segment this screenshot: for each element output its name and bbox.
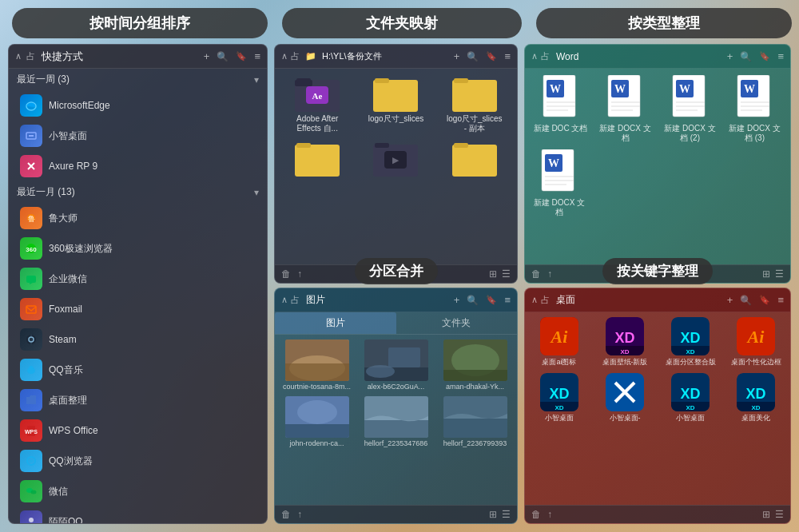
shortcut-item-axure[interactable]: Axure RP 9	[9, 151, 267, 181]
shortcut-item-qqb[interactable]: QQ浏览器	[9, 446, 267, 476]
word-file-3[interactable]: W 新建 DOCX 文档 (2)	[661, 75, 719, 143]
desk-trash-icon[interactable]: 🗑	[531, 509, 541, 520]
360-label: 360极速浏览器	[49, 242, 113, 256]
desk-label-6: 小智桌面-	[610, 414, 641, 423]
axure-label: Axure RP 9	[49, 161, 97, 172]
svg-text:XD: XD	[745, 386, 765, 402]
desktop-icons-grid: Ai 桌面ai图标 XDXD 桌面壁纸-新版 XDXD 桌面分区整合版	[525, 312, 790, 427]
qqb-icon	[20, 450, 42, 472]
desk-more-icon[interactable]: ≡	[777, 294, 784, 306]
desktop-icon-ai2[interactable]: Ai 桌面个性化边框	[726, 317, 785, 367]
word-pin-icon[interactable]: 占	[541, 50, 550, 62]
section-label-folder: 文件夹映射	[282, 8, 522, 38]
desktop-icon-xd2[interactable]: XDXD 桌面分区整合版	[661, 317, 720, 367]
files-save-icon[interactable]: 🔖	[486, 51, 497, 62]
word-file-5[interactable]: W 新建 DOCX 文档	[531, 149, 587, 217]
shortcut-item-wps[interactable]: WPS WPS Office	[9, 415, 267, 446]
files-search-icon[interactable]: 🔍	[467, 51, 479, 62]
img-cell-6[interactable]: hellorf_2236799393	[438, 396, 512, 448]
shortcut-item-wx[interactable]: 微信	[9, 476, 267, 506]
desktop-icon-xd3[interactable]: XDXD 小智桌面	[530, 373, 589, 423]
desk-add-btn[interactable]: +	[727, 294, 733, 306]
img-grid-icon[interactable]: ⊞	[489, 509, 497, 520]
desktop-icon-xd1[interactable]: XDXD 桌面壁纸-新版	[595, 317, 654, 367]
shortcut-item-edge[interactable]: MicrosoftEdge	[9, 90, 267, 121]
word-file-2[interactable]: W 新建 DOCX 文档	[596, 75, 654, 143]
word-files-grid: W 新建 DOC 文档 W 新建 DOCX 文档	[525, 69, 790, 149]
word-collapse-icon[interactable]: ∧	[531, 51, 538, 62]
svg-point-86	[297, 400, 337, 424]
shortcut-item-qq[interactable]: QQ音乐	[9, 355, 267, 385]
img-cell-5[interactable]: hellorf_2235347686	[359, 396, 433, 448]
desk-grid-icon[interactable]: ⊞	[762, 509, 770, 520]
files-more-icon[interactable]: ≡	[504, 50, 511, 62]
word-file-4[interactable]: W 新建 DOCX 文档 (3)	[725, 75, 784, 143]
img-pin-icon[interactable]: 占	[291, 294, 300, 306]
shortcut-item-fox[interactable]: Foxmail	[9, 294, 267, 324]
desktop-icon-xd5[interactable]: XDXD 桌面美化	[726, 373, 785, 423]
desk-pin-icon[interactable]: 占	[541, 294, 550, 306]
more-shortcut-icon[interactable]: ≡	[254, 50, 260, 62]
img-cell-1[interactable]: courtnie-tosana-8m...	[280, 339, 354, 391]
img-add-btn[interactable]: +	[454, 294, 460, 306]
desktop-icon-x1[interactable]: 小智桌面-	[595, 373, 654, 423]
group-recent-week[interactable]: 最近一周 (3) ▾	[9, 69, 267, 90]
img-save-icon[interactable]: 🔖	[486, 295, 497, 305]
desktop-icon-xd4[interactable]: XDXD 小智桌面	[661, 373, 720, 423]
images-tab-bar: 图片 文件夹	[275, 312, 517, 335]
word-more-icon[interactable]: ≡	[777, 50, 784, 62]
pin-icon[interactable]: 占	[26, 50, 35, 62]
desk-sort-icon[interactable]: ↑	[547, 509, 552, 520]
shortcut-item-lu[interactable]: 鲁 鲁大师	[9, 203, 267, 233]
img-label-2: alex-b6C2oGuA...	[368, 383, 425, 391]
desk-search-icon[interactable]: 🔍	[740, 295, 752, 306]
word-search-icon[interactable]: 🔍	[740, 51, 752, 62]
file-item-f6[interactable]	[439, 140, 511, 179]
file-item-logo1[interactable]: logo尺寸_slices	[360, 75, 431, 133]
desk-label-7: 小智桌面	[676, 414, 705, 423]
img-sort-icon[interactable]: ↑	[297, 509, 302, 520]
shortcut-item-zm[interactable]: 桌面整理	[9, 385, 267, 415]
img-cell-3[interactable]: aman-dhakal-Yk...	[438, 339, 512, 391]
shortcut-item-qy[interactable]: 企业微信	[9, 264, 267, 294]
img-list-icon[interactable]: ☰	[502, 509, 511, 520]
word-add-btn[interactable]: +	[727, 50, 733, 62]
file-item-f5[interactable]: ▶	[360, 140, 431, 179]
group-recent-month[interactable]: 最近一月 (13) ▾	[9, 181, 267, 203]
img-more-icon[interactable]: ≡	[504, 294, 511, 306]
tab-folders[interactable]: 文件夹	[396, 312, 518, 334]
file-item-f4[interactable]	[281, 140, 353, 179]
section-label-type: 按类型整理	[536, 8, 792, 38]
files-add-btn[interactable]: +	[454, 50, 460, 62]
shortcut-item-360[interactable]: 360 360极速浏览器	[9, 233, 267, 264]
svg-text:W: W	[679, 83, 690, 95]
save-shortcut-icon[interactable]: 🔖	[236, 51, 247, 62]
file-item-ae[interactable]: Ae Adobe AfterEffects 自...	[281, 75, 353, 133]
desk-list-icon[interactable]: ☰	[775, 509, 784, 520]
file-item-logo2[interactable]: logo尺寸_slices - 副本	[439, 75, 511, 133]
files-pin-icon[interactable]: 占	[291, 50, 300, 62]
group2-arrow[interactable]: ▾	[254, 187, 259, 198]
word-file-1[interactable]: W 新建 DOC 文档	[531, 75, 590, 143]
tab-images[interactable]: 图片	[275, 312, 396, 334]
img-collapse-icon[interactable]: ∧	[281, 295, 288, 305]
files-collapse-icon[interactable]: ∧	[281, 51, 288, 62]
shortcut-item-mm[interactable]: 陌陌QQ	[9, 506, 267, 524]
search-shortcut-icon[interactable]: 🔍	[217, 51, 229, 62]
svg-rect-9	[26, 276, 36, 283]
shortcut-item-steam[interactable]: Steam	[9, 324, 267, 355]
shortcut-item-xz[interactable]: 小智桌面	[9, 121, 267, 151]
mm-label: 陌陌QQ	[49, 515, 83, 525]
file-label-logo1: logo尺寸_slices	[368, 114, 423, 124]
desk-collapse-icon[interactable]: ∧	[531, 295, 538, 305]
img-search-icon[interactable]: 🔍	[467, 295, 479, 306]
img-cell-4[interactable]: john-rodenn-ca...	[280, 396, 354, 448]
img-trash-icon[interactable]: 🗑	[281, 509, 291, 520]
group1-arrow[interactable]: ▾	[254, 74, 259, 85]
word-save-icon[interactable]: 🔖	[759, 51, 770, 62]
collapse-icon[interactable]: ∧	[15, 51, 22, 62]
img-cell-2[interactable]: alex-b6C2oGuA...	[359, 339, 433, 391]
desk-save-icon[interactable]: 🔖	[759, 295, 770, 305]
add-shortcut-btn[interactable]: +	[204, 50, 210, 62]
desktop-icon-ai[interactable]: Ai 桌面ai图标	[530, 317, 589, 367]
